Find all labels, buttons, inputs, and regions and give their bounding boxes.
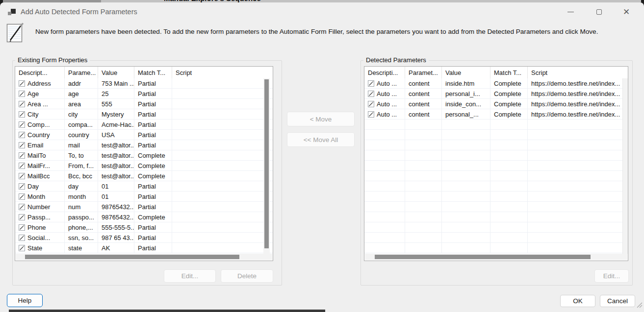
empty-row [364,120,628,130]
title-bar[interactable]: Add Auto Detected Form Parameters ✕ [0,2,644,21]
table-cell [528,243,628,253]
table-cell: num [65,202,98,212]
table-row[interactable]: Passp...passpo...98765432...Complete [15,212,273,222]
move-all-button[interactable]: << Move All [287,132,355,147]
edit-detected-button[interactable]: Edit... [594,269,629,283]
column-header[interactable]: Parame... [65,67,98,78]
table-cell [442,150,490,160]
edit-pencil-icon [19,132,25,138]
edit-pencil-icon [19,235,25,241]
table-cell [172,130,273,140]
table-row[interactable]: StatestateAKPartial [15,243,273,253]
existing-properties-table[interactable]: Descript...Parame...ValueMatch T...Scrip… [15,66,273,261]
table-row[interactable]: Monthmonth01Partial [15,192,273,202]
edit-pencil-icon [19,163,25,169]
table-cell: Complete [134,212,172,222]
table-cell: MailTo [15,150,65,160]
table-cell [405,222,442,232]
table-header: Descripti...Paramet...ValueMatch T...Scr… [364,67,628,78]
table-cell: Partial [134,140,172,150]
table-cell [405,202,442,212]
table-cell: Complete [490,78,528,88]
table-cell: test@altor... [98,161,134,170]
table-cell: Partial [134,130,172,140]
table-row[interactable]: Area ...area555Partial [15,99,273,109]
close-button[interactable]: ✕ [618,5,635,18]
table-cell: city [65,109,98,119]
table-cell: 98765432... [98,212,134,222]
edit-existing-button[interactable]: Edit... [164,269,216,283]
cancel-button[interactable]: Cancel [600,295,635,307]
table-row[interactable]: Phonephone,...555-555-5...Partial [15,222,273,233]
minimize-button[interactable] [562,5,579,18]
horizontal-scrollbar[interactable] [365,254,627,260]
table-cell [442,222,490,232]
existing-group-label: Existing Form Properties [15,56,90,64]
column-header[interactable]: Paramet... [405,67,442,78]
table-row[interactable]: Ageage25Partial [15,89,273,99]
table-cell: Complete [134,171,172,181]
ok-button[interactable]: OK [560,295,595,307]
table-cell [172,243,273,253]
edit-pencil-icon [19,224,25,231]
table-row[interactable]: Addressaddr753 Main ...Partial [15,78,273,89]
table-cell: Mystery [98,109,134,119]
table-row[interactable]: Auto ...contentpersonal_i...Completehttp… [364,89,628,99]
table-row[interactable]: Auto ...contentpersonal_...Completehttps… [364,109,628,120]
edit-pencil-icon [19,245,25,251]
table-cell: Complete [490,99,528,109]
column-header[interactable]: Match T... [490,67,528,78]
scrollbar-thumb[interactable] [264,79,269,248]
table-row[interactable]: CitycityMysteryPartial [15,109,273,120]
table-cell: Partial [134,233,172,242]
table-cell: Acme-Hac... [98,120,134,129]
move-button[interactable]: < Move [287,112,355,126]
horizontal-scrollbar[interactable] [16,254,272,260]
table-row[interactable]: Auto ...contentinside.htmCompletehttps:/… [364,78,628,89]
edit-pencil-icon [19,152,25,159]
table-cell: state [65,243,98,253]
table-cell [364,171,405,181]
table-row[interactable]: CountrycountryUSAPartial [15,130,273,140]
table-cell: https://demo.testfire.net/index... [528,99,628,109]
column-header[interactable]: Script [528,67,628,78]
table-body: Auto ...contentinside.htmCompletehttps:/… [364,78,628,253]
table-row[interactable]: Auto ...contentinside_con...Completehttp… [364,99,628,109]
resize-grip[interactable] [636,301,643,310]
delete-button[interactable]: Delete [221,269,273,283]
table-cell [490,120,528,129]
table-row[interactable]: MailFr...From, f...test@altor...Complete [15,161,273,171]
table-cell [172,212,273,222]
table-cell [528,120,628,129]
table-cell: Comp... [15,120,65,129]
vertical-scrollbar[interactable] [622,78,628,254]
column-header[interactable]: Value [98,67,134,78]
detected-parameters-table[interactable]: Descripti...Paramet...ValueMatch T...Scr… [364,66,628,261]
table-row[interactable]: Dayday01Partial [15,181,273,192]
column-header[interactable]: Descript... [15,67,65,78]
column-header[interactable]: Descripti... [364,67,405,78]
scrollbar-thumb[interactable] [375,255,591,259]
empty-row [364,150,628,161]
vertical-scrollbar[interactable] [263,78,270,254]
table-row[interactable]: Numbernum98765432...Partial [15,202,273,212]
table-cell: 987 65 43... [98,233,134,242]
table-row[interactable]: MailBccBcc, bcctest@altor...Complete [15,171,273,181]
help-button[interactable]: Help [7,294,43,307]
table-cell: Partial [134,192,172,201]
table-row[interactable]: Comp...compa...Acme-Hac...Partial [15,120,273,130]
column-header[interactable]: Value [442,67,490,78]
table-row[interactable]: Social...ssn, so...987 65 43...Partial [15,233,273,243]
table-cell [442,192,490,201]
table-row[interactable]: Emailmailtest@altor...Partial [15,140,273,150]
maximize-button[interactable] [591,5,607,18]
scrollbar-thumb[interactable] [25,255,239,259]
column-header[interactable]: Match T... [134,67,172,78]
column-header[interactable]: Script [172,67,273,78]
table-cell [442,181,490,191]
table-cell [364,140,405,150]
table-row[interactable]: MailToTo, totest@altor...Complete [15,150,273,161]
table-cell: Bcc, bcc [65,171,98,181]
table-cell [172,120,273,129]
table-cell [405,192,442,201]
